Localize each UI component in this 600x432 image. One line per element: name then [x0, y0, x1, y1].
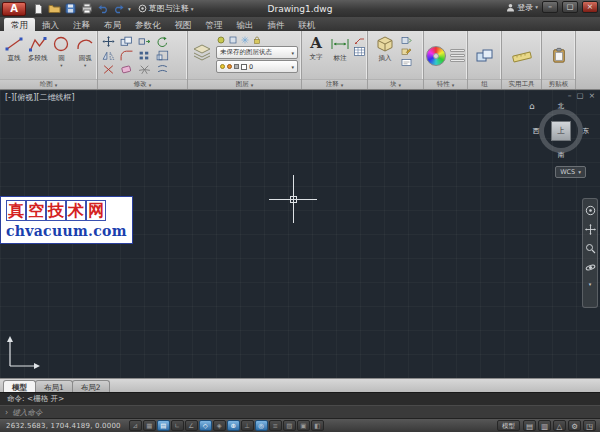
model-space-button[interactable]: 模型: [497, 420, 520, 431]
selection-cycling-toggle[interactable]: ◧: [311, 420, 324, 431]
open-button[interactable]: [48, 2, 61, 15]
offset-tool[interactable]: [154, 63, 171, 76]
minimize-button[interactable]: –: [542, 1, 558, 13]
lineweight-toggle[interactable]: ≡: [269, 420, 282, 431]
ribbon-tab-home[interactable]: 常用: [4, 18, 35, 31]
annotation-scale-icon[interactable]: △: [553, 420, 566, 431]
navigation-wheel-icon[interactable]: [585, 205, 596, 216]
dimension-tool[interactable]: 标注: [328, 32, 352, 79]
layer-isolate-icon[interactable]: [229, 36, 237, 44]
table-icon[interactable]: [354, 47, 365, 56]
rotate-tool[interactable]: [154, 35, 171, 48]
block-panel-label[interactable]: 块▾: [368, 79, 423, 89]
properties-panel-label[interactable]: 特性▾: [424, 79, 467, 89]
doc-close-button[interactable]: ×: [589, 91, 595, 100]
dynamic-input-toggle[interactable]: ◎: [255, 420, 268, 431]
arc-tool[interactable]: 圆弧 ▾: [73, 32, 97, 79]
ribbon-tab-annotate[interactable]: 注释: [66, 18, 97, 31]
circle-tool[interactable]: 圆 ▾: [50, 32, 74, 79]
save-button[interactable]: [64, 2, 77, 15]
group-icon[interactable]: [475, 48, 495, 64]
insert-block-tool[interactable]: 插入: [371, 32, 399, 79]
lineweight-dropdown[interactable]: [450, 54, 465, 57]
trim-tool[interactable]: [100, 63, 117, 76]
viewcube-top-face[interactable]: 上: [551, 121, 571, 141]
model-tab[interactable]: 模型: [3, 380, 36, 392]
group-panel-label[interactable]: 组: [468, 79, 501, 89]
object-snap-toggle[interactable]: ◇: [199, 420, 212, 431]
viewcube-south-label[interactable]: 南: [558, 151, 565, 160]
application-menu-button[interactable]: A: [2, 2, 26, 16]
orbit-icon[interactable]: [585, 262, 596, 273]
workspace-switcher[interactable]: 草图与注释 ▾: [138, 3, 194, 14]
polar-tracking-toggle[interactable]: ∠: [185, 420, 198, 431]
circle-flyout-chevron-icon[interactable]: ▾: [60, 63, 62, 68]
zoom-icon[interactable]: [585, 243, 596, 254]
3d-object-snap-toggle[interactable]: ◈: [213, 420, 226, 431]
layer-lock-icon[interactable]: [253, 36, 261, 44]
coordinate-display[interactable]: 2632.5683, 1704.4189, 0.0000: [0, 422, 129, 430]
command-input[interactable]: [12, 408, 600, 417]
copy-tool[interactable]: [118, 35, 135, 48]
ortho-mode-toggle[interactable]: ∟: [171, 420, 184, 431]
layout1-tab[interactable]: 布局1: [35, 380, 73, 392]
ribbon-tab-output[interactable]: 输出: [230, 18, 261, 31]
draw-panel-label[interactable]: 绘图▾: [0, 79, 97, 89]
qat-chevron-down-icon[interactable]: ▾: [128, 6, 131, 12]
utilities-panel-label[interactable]: 实用工具: [502, 79, 541, 89]
arc-flyout-chevron-icon[interactable]: ▾: [84, 63, 86, 68]
ribbon-tab-layout[interactable]: 布局: [97, 18, 128, 31]
leader-icon[interactable]: [354, 36, 365, 45]
viewcube-north-label[interactable]: 北: [558, 102, 565, 111]
color-dropdown[interactable]: [450, 49, 465, 52]
grid-display-toggle[interactable]: ▤: [157, 420, 170, 431]
text-tool[interactable]: A 文字: [304, 32, 328, 79]
fillet-tool[interactable]: [118, 49, 135, 62]
layer-freeze-icon[interactable]: [241, 36, 249, 44]
layer-properties-button[interactable]: [191, 34, 213, 77]
quick-view-drawings-icon[interactable]: ▥: [538, 420, 551, 431]
block-attributes-icon[interactable]: [401, 58, 412, 67]
ribbon-tab-view[interactable]: 视图: [168, 18, 199, 31]
plot-button[interactable]: [80, 2, 93, 15]
ribbon-tab-insert[interactable]: 插入: [35, 18, 66, 31]
line-tool[interactable]: 直线: [2, 32, 26, 79]
layer-dropdown[interactable]: 0 ▾: [216, 60, 298, 73]
undo-button[interactable]: [96, 2, 109, 15]
modify-panel-label[interactable]: 修改▾: [98, 79, 187, 89]
infer-constraints-toggle[interactable]: ⊿: [129, 420, 142, 431]
viewport-controls[interactable]: [-][俯视][二维线框]: [5, 92, 75, 103]
signin-button[interactable]: 登录 ▾: [506, 2, 538, 13]
move-tool[interactable]: [100, 35, 117, 48]
wcs-dropdown[interactable]: WCS ▾: [555, 166, 586, 178]
array-tool[interactable]: [136, 49, 153, 62]
ribbon-tab-plugins[interactable]: 插件: [261, 18, 292, 31]
layer-state-dropdown[interactable]: 未保存的图层状态 ▾: [216, 46, 298, 59]
clean-screen-icon[interactable]: ◳: [583, 420, 596, 431]
pan-icon[interactable]: [585, 224, 596, 235]
dynamic-ucs-toggle[interactable]: ⊥: [241, 420, 254, 431]
navbar-chevron-icon[interactable]: ▾: [589, 281, 592, 287]
layout2-tab[interactable]: 布局2: [72, 380, 110, 392]
viewcube-east-label[interactable]: 东: [583, 127, 590, 136]
layers-panel-label[interactable]: 图层▾: [188, 79, 301, 89]
viewcube-home-icon[interactable]: ⌂: [529, 101, 535, 111]
linetype-dropdown[interactable]: [450, 59, 465, 62]
ribbon-tab-online[interactable]: 联机: [292, 18, 323, 31]
mirror-tool[interactable]: [100, 49, 117, 62]
close-button[interactable]: ×: [582, 1, 598, 13]
quick-properties-toggle[interactable]: ▣: [297, 420, 310, 431]
drawing-canvas[interactable]: [-][俯视][二维线框] – ▢ × ⌂ 北 南 西 东 上 WCS ▾ ▾: [0, 90, 600, 378]
viewcube-west-label[interactable]: 西: [533, 127, 540, 136]
polyline-tool[interactable]: 多段线: [26, 32, 50, 79]
create-block-icon[interactable]: [401, 36, 412, 45]
layer-off-icon[interactable]: [217, 36, 225, 44]
qnew-button[interactable]: [32, 2, 45, 15]
paste-icon[interactable]: [551, 47, 567, 64]
transparency-toggle[interactable]: ▨: [283, 420, 296, 431]
clipboard-panel-label[interactable]: 剪贴板: [542, 79, 575, 89]
ribbon-tab-manage[interactable]: 管理: [199, 18, 230, 31]
stretch-tool[interactable]: [136, 35, 153, 48]
restore-button[interactable]: ▢: [562, 1, 578, 13]
doc-minimize-button[interactable]: –: [568, 91, 572, 100]
